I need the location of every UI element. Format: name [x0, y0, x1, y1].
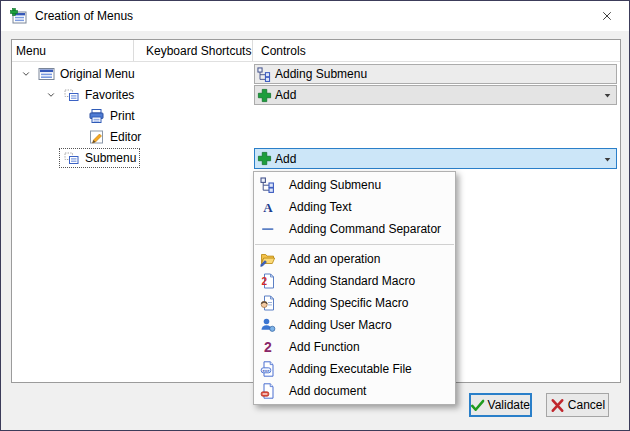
tree-node-submenu[interactable]: Submenu: [59, 148, 140, 168]
dropdown-item-adding-executable-file[interactable]: Adding Executable File: [254, 358, 455, 380]
add-plus-icon: [257, 151, 272, 166]
tree-node-original-menu[interactable]: Original Menu: [34, 64, 139, 84]
tree-node-favorites[interactable]: Favorites: [59, 85, 138, 105]
titlebar: Creation of Menus: [1, 1, 629, 31]
tree-item-label: Submenu: [85, 151, 136, 165]
dropdown-item-label: Adding Standard Macro: [289, 274, 415, 288]
close-icon: [601, 10, 613, 22]
add-combobox-row1[interactable]: Add: [254, 85, 617, 105]
table-header: Menu Keyboard Shortcuts Controls: [12, 40, 620, 62]
dropdown-item-adding-user-macro[interactable]: Adding User Macro: [254, 314, 455, 336]
function-icon: [260, 339, 276, 355]
control-label: Adding Submenu: [275, 67, 367, 81]
expand-chevron[interactable]: [18, 63, 34, 84]
dropdown-item-adding-command-separator[interactable]: Adding Command Separator: [254, 218, 455, 240]
tree-item-editor[interactable]: Editor: [68, 126, 145, 147]
chevron-down-icon: [21, 69, 31, 79]
tree-node-editor[interactable]: Editor: [84, 127, 145, 147]
add-plus-icon: [257, 88, 272, 103]
menu-creation-app-icon: [9, 8, 27, 24]
tree-item-label: Original Menu: [60, 67, 135, 81]
combo-dropdown-arrow-icon[interactable]: [603, 91, 612, 100]
hierarchy-icon: [260, 177, 276, 193]
document-icon: [260, 383, 276, 399]
dropdown-item-adding-specific-macro[interactable]: Adding Specific Macro: [254, 292, 455, 314]
tree-item-submenu[interactable]: Submenu: [43, 147, 140, 168]
column-header-menu: Menu: [12, 40, 134, 61]
dropdown-item-adding-standard-macro[interactable]: Adding Standard Macro: [254, 270, 455, 292]
close-button[interactable]: [584, 1, 629, 31]
submenu-icon: [63, 87, 80, 103]
specific-macro-icon: [260, 295, 276, 311]
dropdown-separator: [255, 244, 454, 245]
chevron-spacer: [43, 147, 59, 168]
tree-item-label: Editor: [110, 130, 141, 144]
tree-item-print[interactable]: Print: [68, 105, 139, 126]
adding-submenu-button-row0[interactable]: Adding Submenu: [254, 64, 617, 84]
tree-item-label: Print: [110, 109, 135, 123]
checkmark-icon: [471, 398, 485, 413]
dropdown-item-label: Adding Command Separator: [289, 222, 441, 236]
combo-dropdown-arrow-icon[interactable]: [603, 155, 612, 164]
chevron-spacer: [68, 105, 84, 126]
cancel-button[interactable]: Cancel: [546, 393, 609, 417]
text-icon: [260, 199, 276, 215]
dropdown-item-label: Add an operation: [289, 252, 380, 266]
dropdown-item-adding-text[interactable]: Adding Text: [254, 196, 455, 218]
validate-button[interactable]: Validate: [469, 393, 532, 417]
expand-chevron[interactable]: [43, 84, 59, 105]
add-dropdown-menu: Adding SubmenuAdding TextAdding Command …: [253, 171, 456, 405]
red-x-icon: [550, 398, 565, 413]
dropdown-item-label: Adding Specific Macro: [289, 296, 408, 310]
tree-item-favorites[interactable]: Favorites: [43, 84, 138, 105]
executable-file-icon: [260, 361, 276, 377]
validate-button-label: Validate: [488, 398, 530, 412]
separator-line-icon: [260, 221, 276, 237]
operation-icon: [260, 251, 276, 267]
dropdown-item-label: Adding Submenu: [289, 178, 381, 192]
column-header-controls: Controls: [253, 40, 620, 61]
chevron-spacer: [68, 126, 84, 147]
chevron-down-icon: [46, 90, 56, 100]
printer-icon: [88, 108, 105, 124]
dropdown-item-label: Add document: [289, 384, 366, 398]
cancel-button-label: Cancel: [568, 398, 605, 412]
add-combobox-row4[interactable]: Add: [254, 148, 617, 169]
dropdown-item-add-function[interactable]: Add Function: [254, 336, 455, 358]
dropdown-item-label: Add Function: [289, 340, 360, 354]
control-label: Add: [275, 152, 296, 166]
dropdown-item-adding-submenu[interactable]: Adding Submenu: [254, 174, 455, 196]
dropdown-item-label: Adding User Macro: [289, 318, 392, 332]
editor-icon: [88, 129, 105, 145]
hierarchy-icon: [257, 67, 272, 82]
submenu-icon: [63, 150, 80, 166]
tree-item-original-menu[interactable]: Original Menu: [18, 63, 139, 84]
dropdown-item-label: Adding Text: [289, 200, 352, 214]
dropdown-item-add-document[interactable]: Add document: [254, 380, 455, 402]
dropdown-item-label: Adding Executable File: [289, 362, 412, 376]
control-label: Add: [275, 88, 296, 102]
menu-icon: [38, 66, 55, 82]
tree-node-print[interactable]: Print: [84, 106, 139, 126]
dropdown-item-add-an-operation[interactable]: Add an operation: [254, 248, 455, 270]
creation-of-menus-dialog: Creation of Menus Menu Keyboard Shortcut…: [0, 0, 630, 431]
column-header-keyboard-shortcuts: Keyboard Shortcuts: [134, 40, 253, 61]
standard-macro-icon: [260, 273, 276, 289]
user-macro-icon: [260, 317, 276, 333]
tree-item-label: Favorites: [85, 88, 134, 102]
window-title: Creation of Menus: [35, 9, 133, 23]
